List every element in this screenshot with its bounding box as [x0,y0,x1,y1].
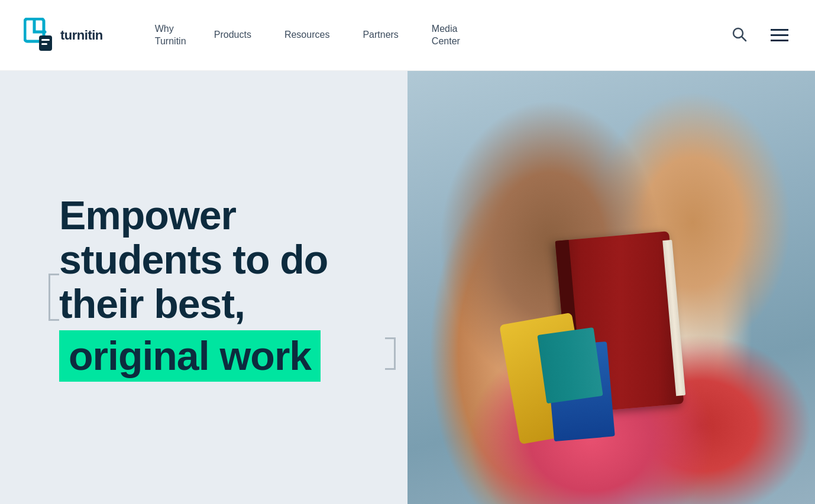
nav-item-media-center[interactable]: Media Center [415,17,474,54]
main-nav: Why Turnitin Products Resources Partners… [138,17,729,54]
nav-item-resources[interactable]: Resources [268,23,346,47]
logo-link[interactable]: turnitin [24,18,103,53]
search-button[interactable] [729,24,750,47]
book-pages [662,239,685,395]
deco-bracket-bottom-right [385,337,396,370]
hero-section: Empower students to do their best, origi… [0,71,815,504]
hero-content: Empower students to do their best, origi… [59,193,372,382]
svg-rect-2 [41,39,50,41]
logo-text: turnitin [60,28,103,43]
deco-bracket-top-left [48,274,59,321]
hero-text-area: Empower students to do their best, origi… [0,71,408,504]
hero-image-area [408,71,815,504]
hero-highlight-text: original work [59,330,321,382]
nav-item-why-turnitin[interactable]: Why Turnitin [138,17,198,54]
nav-item-products[interactable]: Products [198,23,268,47]
hero-headline: Empower students to do their best, origi… [59,193,372,382]
hamburger-line-3 [771,40,788,41]
svg-rect-3 [41,43,47,45]
hamburger-line-1 [771,29,788,31]
nav-item-partners[interactable]: Partners [346,23,415,47]
teal-book-prop [538,327,604,404]
header-actions [729,24,791,47]
svg-line-5 [742,37,746,41]
turnitin-logo-icon [24,18,54,53]
hero-headline-text: Empower students to do their best, [59,193,372,326]
hamburger-button[interactable] [768,26,791,44]
search-icon [732,27,747,42]
hero-photo [408,71,815,504]
hamburger-line-2 [771,34,788,36]
hero-highlight-wrapper: original work [59,330,321,382]
site-header: turnitin Why Turnitin Products Resources… [0,0,815,71]
